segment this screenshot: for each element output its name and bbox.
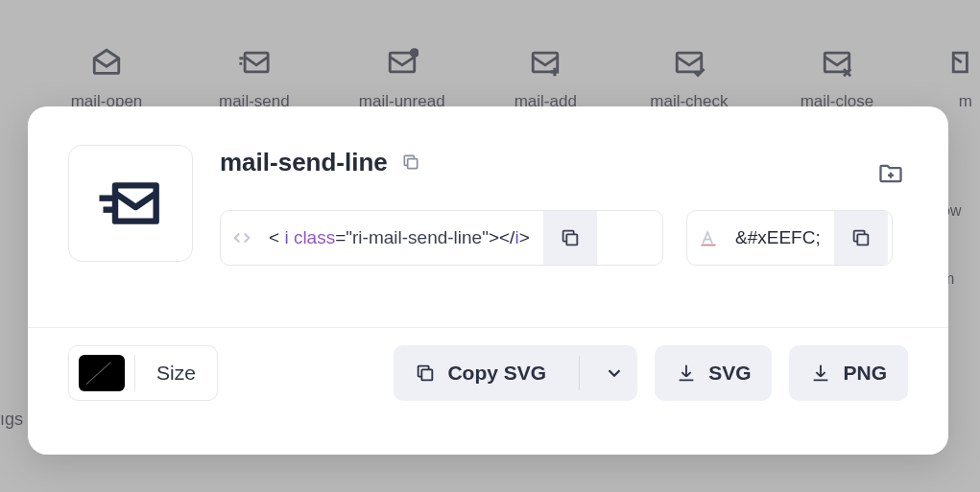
copy-icon xyxy=(560,227,581,248)
copy-svg-button[interactable]: Copy SVG xyxy=(394,345,637,401)
download-png-label: PNG xyxy=(843,362,887,385)
copy-unicode-button[interactable] xyxy=(834,211,888,265)
font-icon xyxy=(687,228,729,247)
copy-name-button[interactable] xyxy=(401,152,420,172)
svg-rect-7 xyxy=(566,234,577,245)
download-svg-label: SVG xyxy=(708,362,751,385)
icon-title: mail-send-line xyxy=(220,148,388,177)
icon-preview xyxy=(68,145,193,262)
class-snippet-box: < i class="ri-mail-send-line"></i> xyxy=(220,210,663,266)
svg-rect-6 xyxy=(407,159,417,169)
copy-svg-label: Copy SVG xyxy=(447,362,546,385)
chevron-down-icon xyxy=(604,363,625,384)
code-icon xyxy=(221,227,263,248)
svg-rect-9 xyxy=(422,369,433,380)
unicode-snippet-box: &#xEEFC; xyxy=(686,210,893,266)
color-swatch[interactable] xyxy=(79,355,125,391)
mail-send-line-icon xyxy=(97,173,164,234)
copy-icon xyxy=(401,152,420,172)
folder-add-icon xyxy=(877,160,904,187)
size-button[interactable]: Size xyxy=(135,362,217,385)
class-snippet-text[interactable]: < i class="ri-mail-send-line"></i> xyxy=(263,227,543,248)
customize-group: Size xyxy=(68,345,218,401)
download-png-button[interactable]: PNG xyxy=(789,345,908,401)
download-icon xyxy=(810,363,831,384)
icon-detail-modal: mail-send-line < i class="ri-mail-send-l… xyxy=(28,106,948,455)
copy-icon xyxy=(850,227,872,248)
unicode-snippet-text[interactable]: &#xEEFC; xyxy=(729,227,834,248)
download-icon xyxy=(676,363,697,384)
add-to-collection-button[interactable] xyxy=(877,160,904,191)
copy-svg-dropdown[interactable] xyxy=(591,345,637,401)
svg-rect-8 xyxy=(857,234,868,245)
copy-class-button[interactable] xyxy=(543,211,597,265)
download-svg-button[interactable]: SVG xyxy=(655,345,772,401)
copy-icon xyxy=(415,363,436,384)
